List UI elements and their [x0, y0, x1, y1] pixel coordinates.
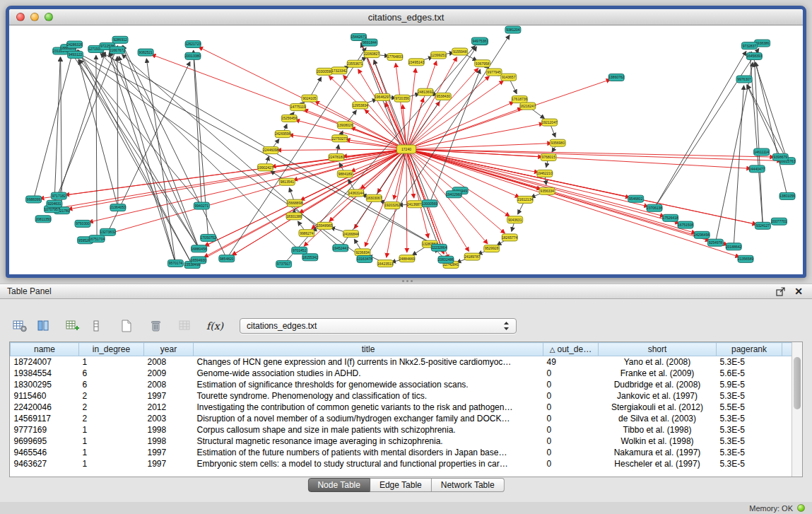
graph-node[interactable]: 24813692	[418, 88, 433, 95]
table-cell[interactable]: 2009	[144, 368, 194, 379]
table-mode-icon[interactable]	[10, 317, 30, 335]
graph-node[interactable]: 19402960	[446, 191, 461, 198]
graph-node[interactable]: 20013380	[185, 52, 201, 59]
float-panel-icon[interactable]	[774, 286, 787, 297]
graph-edge[interactable]	[406, 144, 551, 149]
graph-node[interactable]: 9324127	[755, 222, 770, 229]
graph-node[interactable]: 18303067	[366, 194, 382, 201]
graph-node[interactable]: 9737917	[276, 261, 292, 268]
table-cell[interactable]: Tourette syndrome. Phenomenology and cla…	[194, 390, 543, 402]
graph-node[interactable]: 16423513	[377, 260, 393, 267]
column-header[interactable]: in_degree	[79, 343, 144, 356]
graph-node[interactable]: 9976307	[736, 76, 752, 83]
table-cell[interactable]: 1	[79, 424, 144, 436]
function-builder-icon[interactable]: f(x)	[205, 317, 225, 335]
new-table-icon[interactable]	[116, 317, 136, 335]
table-cell[interactable]: 5.3E-5	[717, 390, 782, 402]
graph-node[interactable]: 18301388	[286, 213, 302, 220]
graph-node[interactable]: 16458393	[746, 53, 762, 60]
graph-node[interactable]: 9367958	[475, 60, 490, 67]
graph-node[interactable]: 24884669	[399, 255, 415, 262]
network-graph[interactable]: 2349514312399251915594893679589977945914…	[9, 25, 803, 274]
window-titlebar[interactable]: citations_edges.txt	[9, 9, 803, 25]
graph-edge[interactable]	[406, 102, 514, 149]
graph-node[interactable]: 13000569	[422, 200, 437, 207]
graph-node[interactable]: 9043631	[507, 216, 523, 223]
graph-node[interactable]: 9940271	[194, 202, 209, 209]
table-cell[interactable]: 5.3E-5	[717, 447, 782, 458]
table-cell[interactable]: 2008	[144, 356, 194, 368]
graph-node[interactable]: 9024105	[302, 95, 317, 102]
graph-edge[interactable]	[54, 57, 60, 204]
graph-node[interactable]: 19203262	[384, 202, 400, 209]
graph-node[interactable]: 22232864	[431, 244, 447, 251]
graph-node[interactable]: 15668898	[287, 199, 302, 206]
graph-node[interactable]: 9497538	[471, 37, 487, 45]
panel-splitter[interactable]	[0, 278, 812, 284]
table-cell[interactable]: 0	[543, 447, 599, 458]
graph-node[interactable]: 24286326	[66, 41, 82, 48]
table-cell[interactable]: 0	[543, 402, 599, 413]
table-cell[interactable]: 5.3E-5	[717, 356, 782, 368]
table-cell[interactable]: 1	[79, 447, 144, 458]
column-header[interactable]: year	[144, 343, 194, 356]
graph-node[interactable]: 9155948	[452, 48, 468, 55]
graph-node[interactable]: 9691844	[362, 39, 377, 46]
graph-node[interactable]: 9546802	[628, 195, 644, 202]
graph-edge[interactable]	[34, 51, 73, 199]
table-row[interactable]: 911546021997Tourette syndrome. Phenomeno…	[11, 390, 792, 402]
graph-node[interactable]: 9854820	[219, 255, 235, 262]
column-header[interactable]: pagerank	[717, 343, 782, 356]
table-cell[interactable]: 6	[79, 379, 144, 390]
graph-node[interactable]: 12399251	[430, 52, 446, 59]
table-cell[interactable]: Estimation of significance thresholds fo…	[194, 379, 543, 390]
table-cell[interactable]: Hescheler et al. (1997)	[599, 458, 717, 469]
graph-node[interactable]: 14363144	[348, 189, 364, 197]
graph-node[interactable]: 16880456	[191, 245, 206, 252]
table-row[interactable]: 1938455462009Genome-wide association stu…	[11, 368, 792, 379]
graph-node[interactable]: 9732837	[741, 42, 757, 49]
table-row[interactable]: 977716911998Corpus callosum shape and si…	[11, 424, 792, 436]
graph-node[interactable]: 9381204	[505, 26, 521, 33]
graph-node[interactable]: 9493122	[68, 51, 83, 58]
graph-edge[interactable]	[96, 55, 97, 238]
graph-node[interactable]: 23495143	[408, 59, 424, 66]
table-cell[interactable]: Changes of HCN gene expression and I(f) …	[194, 356, 543, 368]
table-cell[interactable]: 9699695	[11, 436, 79, 447]
table-cell[interactable]: 5.5E-5	[717, 402, 782, 413]
table-vertical-scrollbar[interactable]	[792, 342, 802, 477]
graph-node[interactable]: 9286912	[112, 36, 128, 43]
close-panel-icon[interactable]: ✕	[792, 286, 805, 297]
table-row[interactable]: 969969511998Structural magnetic resonanc…	[11, 436, 792, 447]
graph-node[interactable]: 12953834	[353, 102, 368, 109]
graph-node[interactable]: 16216247	[520, 103, 536, 110]
graph-edge[interactable]	[654, 52, 746, 209]
table-cell[interactable]: 19384554	[11, 368, 79, 379]
table-cell[interactable]: 22420046	[11, 402, 79, 413]
graph-node[interactable]: 13860762	[608, 74, 624, 81]
table-cell[interactable]: 1	[79, 356, 144, 368]
graph-edge[interactable]	[715, 62, 753, 243]
graph-node[interactable]: 9701452	[292, 247, 307, 254]
graph-node[interactable]: 9717182	[51, 192, 66, 199]
tab-edge-table[interactable]: Edge Table	[370, 478, 432, 492]
column-header[interactable]: short	[599, 343, 717, 356]
delete-column-icon[interactable]	[86, 317, 106, 335]
graph-edge[interactable]	[78, 50, 192, 265]
graph-node[interactable]: 9986274	[299, 230, 314, 237]
graph-node[interactable]: 9356980	[550, 139, 565, 146]
graph-edge[interactable]	[406, 69, 416, 149]
graph-node[interactable]: 19902427	[257, 164, 273, 171]
table-cell[interactable]: Corpus callosum shape and size in male p…	[194, 424, 543, 436]
column-header[interactable]	[782, 343, 792, 356]
table-cell[interactable]: 9777169	[11, 424, 79, 436]
table-cell[interactable]: Nakamura et al. (1997)	[599, 447, 717, 458]
graph-node[interactable]: 22753273	[332, 135, 348, 142]
graph-node[interactable]: 13163478	[357, 255, 372, 262]
table-cell[interactable]: 9115460	[11, 390, 79, 402]
graph-node[interactable]: 19462210	[537, 170, 553, 177]
graph-edge[interactable]	[406, 124, 543, 149]
table-cell[interactable]: 5.3E-5	[717, 413, 782, 424]
graph-edge[interactable]	[194, 51, 208, 238]
graph-node[interactable]: 23553671	[347, 60, 363, 67]
